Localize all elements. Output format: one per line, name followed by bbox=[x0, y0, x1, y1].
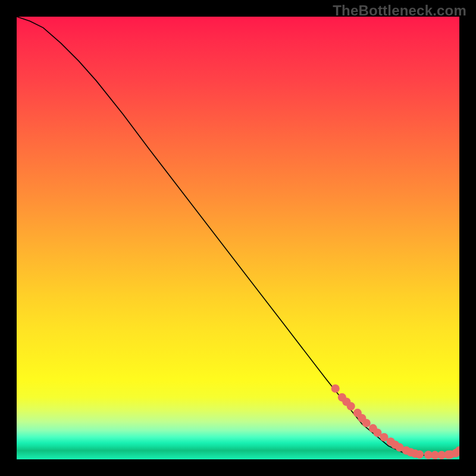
gradient-background bbox=[17, 17, 459, 459]
watermark-text: TheBottleneck.com bbox=[333, 2, 466, 19]
chart-container: TheBottleneck.com bbox=[0, 0, 476, 476]
plot-area bbox=[17, 17, 459, 459]
